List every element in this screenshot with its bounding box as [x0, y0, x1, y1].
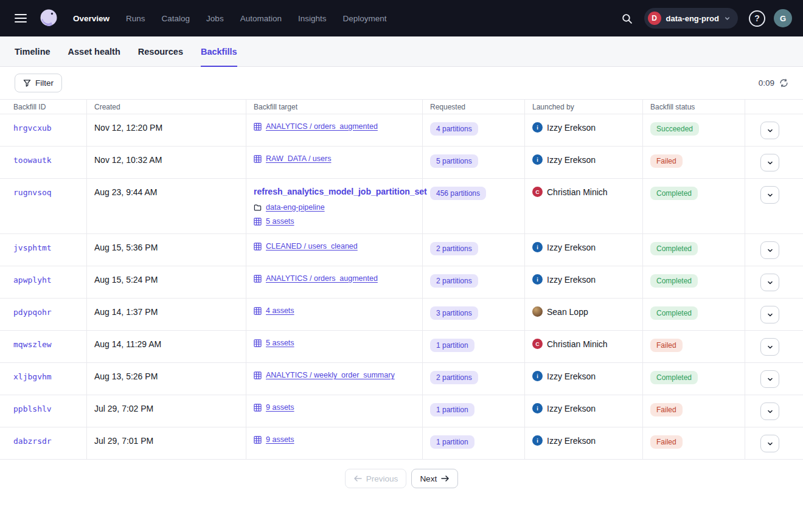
column-header-created: Created: [87, 100, 246, 114]
chevron-down-icon: [766, 440, 774, 447]
user-letter-avatar: i: [532, 242, 543, 252]
chevron-down-icon: [766, 376, 774, 383]
pipeline-link[interactable]: data-eng-pipeline: [266, 203, 325, 212]
asset-link[interactable]: 4 assets: [266, 306, 294, 315]
asset-link[interactable]: 9 assets: [266, 403, 294, 412]
created-timestamp: Aug 15, 5:36 PM: [94, 243, 158, 252]
arrow-left-icon: [353, 475, 362, 482]
asset-link[interactable]: ANALYTICS / weekly_order_summary: [266, 371, 395, 379]
expand-row-button[interactable]: [760, 370, 779, 388]
next-page-button[interactable]: Next: [411, 469, 458, 488]
table-row: mqwszlewAug 14, 11:29 AM5 assets1 partit…: [0, 331, 803, 363]
nav-item-automation[interactable]: Automation: [240, 14, 282, 23]
expand-row-button[interactable]: [760, 122, 779, 139]
status-badge: Failed: [650, 339, 683, 352]
user-letter-avatar: C: [532, 339, 543, 349]
expand-row-button[interactable]: [760, 154, 779, 171]
table-row: apwplyhtAug 15, 5:24 PMANALYTICS / order…: [0, 266, 803, 299]
column-header-backfill-status: Backfill status: [643, 100, 745, 114]
expand-row-button[interactable]: [760, 274, 779, 291]
backfill-id-link[interactable]: rugnvsoq: [13, 188, 52, 197]
nav-item-runs[interactable]: Runs: [126, 14, 145, 23]
backfill-id-link[interactable]: apwplyht: [13, 275, 52, 285]
tab-backfills[interactable]: Backfills: [201, 36, 237, 66]
next-label: Next: [420, 474, 437, 483]
backfill-id-link[interactable]: jvsphtmt: [13, 243, 52, 252]
asset-link[interactable]: ANALYTICS / orders_augmented: [266, 274, 378, 283]
backfill-id-link[interactable]: dabzrsdr: [13, 437, 52, 446]
asset-link[interactable]: 9 assets: [266, 435, 294, 444]
asset-grid-icon: [254, 275, 262, 283]
backfill-id-link[interactable]: ppblshlv: [13, 404, 52, 413]
table-row: dabzrsdrJul 29, 7:01 PM9 assets1 partiti…: [0, 427, 803, 460]
asset-link[interactable]: 5 assets: [266, 339, 294, 347]
asset-link[interactable]: ANALYTICS / orders_augmented: [266, 122, 378, 131]
nav-item-jobs[interactable]: Jobs: [206, 14, 224, 23]
filter-label: Filter: [35, 78, 54, 88]
chevron-down-icon: [766, 311, 774, 319]
expand-row-button[interactable]: [760, 241, 779, 259]
created-timestamp: Aug 15, 5:24 PM: [94, 275, 158, 285]
refresh-icon[interactable]: [779, 78, 788, 88]
launched-by-name: Sean Lopp: [547, 307, 588, 317]
nav-item-catalog[interactable]: Catalog: [162, 14, 190, 23]
filter-button[interactable]: Filter: [15, 74, 62, 92]
user-letter-avatar: i: [532, 274, 543, 285]
refresh-countdown: 0:09: [759, 78, 774, 88]
nav-item-insights[interactable]: Insights: [298, 14, 327, 23]
job-link[interactable]: refresh_analytics_model_job_partition_se…: [254, 187, 415, 196]
nav-item-overview[interactable]: Overview: [73, 14, 109, 23]
asset-grid-icon: [254, 243, 262, 250]
expand-row-button[interactable]: [760, 435, 779, 452]
launched-by-name: Izzy Erekson: [547, 123, 596, 133]
workspace-switcher[interactable]: D data-eng-prod: [644, 8, 738, 29]
tab-resources[interactable]: Resources: [138, 36, 183, 66]
backfill-id-link[interactable]: toowautk: [13, 156, 52, 165]
previous-label: Previous: [366, 474, 398, 483]
previous-page-button[interactable]: Previous: [345, 469, 407, 488]
column-header-backfill-id: Backfill ID: [0, 100, 87, 114]
user-avatar[interactable]: G: [774, 9, 792, 27]
created-timestamp: Nov 12, 10:32 AM: [94, 155, 162, 165]
expand-row-button[interactable]: [760, 338, 779, 356]
backfill-id-link[interactable]: xljbgvhm: [13, 372, 52, 381]
launched-by-name: Izzy Erekson: [547, 243, 596, 252]
chevron-down-icon: [766, 408, 774, 415]
asset-link[interactable]: RAW_DATA / users: [266, 154, 331, 163]
toolbar: Filter 0:09: [0, 67, 803, 99]
chevron-down-icon: [724, 15, 731, 22]
workspace-name: data-eng-prod: [666, 14, 719, 23]
launched-by-name: Christian Minich: [547, 339, 608, 349]
asset-grid-icon: [254, 436, 262, 444]
asset-link[interactable]: CLEANED / users_cleaned: [266, 242, 358, 250]
backfill-id-link[interactable]: mqwszlew: [13, 340, 52, 349]
user-letter-avatar: i: [532, 371, 543, 381]
tab-asset-health[interactable]: Asset health: [68, 36, 120, 66]
backfill-id-link[interactable]: hrgvcxub: [13, 123, 52, 133]
assets-link[interactable]: 5 assets: [266, 217, 294, 226]
table-row: rugnvsoqAug 23, 9:44 AMrefresh_analytics…: [0, 179, 803, 234]
asset-grid-icon: [254, 404, 262, 412]
expand-row-button[interactable]: [760, 186, 779, 204]
created-timestamp: Aug 14, 11:29 AM: [94, 339, 161, 349]
dagster-logo: [36, 6, 61, 30]
expand-row-button[interactable]: [760, 306, 779, 323]
search-icon[interactable]: [616, 7, 638, 29]
column-header-requested: Requested: [423, 100, 525, 114]
status-badge: Completed: [650, 187, 698, 200]
column-header-launched-by: Launched by: [525, 100, 643, 114]
expand-row-button[interactable]: [760, 402, 779, 420]
nav-item-deployment[interactable]: Deployment: [342, 14, 386, 23]
asset-grid-icon: [254, 155, 262, 163]
partitions-chip: 5 partitions: [430, 154, 478, 168]
status-badge: Failed: [650, 154, 683, 168]
top-navigation: OverviewRunsCatalogJobsAutomationInsight…: [0, 0, 803, 36]
tab-timeline[interactable]: Timeline: [15, 36, 50, 66]
chevron-down-icon: [766, 159, 774, 167]
overview-tabs: TimelineAsset healthResourcesBackfills: [0, 36, 803, 67]
created-timestamp: Nov 12, 12:20 PM: [94, 123, 162, 133]
help-icon[interactable]: ?: [749, 10, 765, 27]
user-letter-avatar: i: [532, 435, 543, 446]
backfill-id-link[interactable]: pdypqohr: [13, 308, 52, 317]
hamburger-menu-icon[interactable]: [11, 8, 32, 29]
